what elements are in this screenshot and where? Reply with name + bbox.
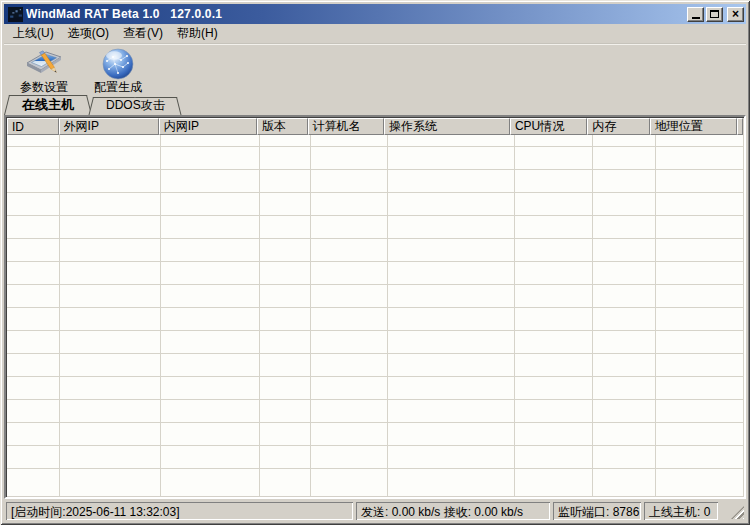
tab-ddos-attack[interactable]: DDOS攻击 (90, 97, 181, 115)
status-startup-time: [启动时间:2025-06-11 13:32:03] (6, 502, 353, 520)
toolbar: 参数设置 (4, 44, 746, 94)
column-header-cpu[interactable]: CPU情况 (510, 118, 587, 135)
toolbar-button-label: 参数设置 (20, 81, 68, 94)
gridline (310, 135, 311, 496)
status-bar: [启动时间:2025-06-11 13:32:03] 发送: 0.00 kb/s… (4, 499, 746, 521)
column-header-id[interactable]: ID (7, 118, 59, 135)
column-header-filler (737, 118, 743, 135)
status-send-receive: 发送: 0.00 kb/s 接收: 0.00 kb/s (356, 502, 550, 520)
settings-screen-pencil-icon (26, 48, 62, 80)
maximize-button[interactable] (706, 7, 723, 22)
maximize-icon (710, 10, 719, 18)
column-header-version[interactable]: 版本 (257, 118, 308, 135)
tab-online-hosts[interactable]: 在线主机 (6, 95, 90, 115)
menu-item-options[interactable]: 选项(O) (61, 23, 116, 44)
minimize-icon (692, 17, 700, 19)
column-header-lan-ip[interactable]: 内网IP (159, 118, 257, 135)
menu-item-view[interactable]: 查看(V) (116, 23, 170, 44)
column-header-location[interactable]: 地理位置 (650, 118, 737, 135)
column-header-wan-ip[interactable]: 外网IP (59, 118, 159, 135)
close-button[interactable]: × (727, 7, 744, 22)
config-generate-button[interactable]: 配置生成 (88, 46, 148, 93)
column-header-memory[interactable]: 内存 (587, 118, 650, 135)
host-list-header: ID 外网IP 内网IP 版本 计算机名 操作系统 CPU情况 内存 地理位置 (7, 118, 743, 135)
host-list-body[interactable] (7, 135, 743, 496)
tab-label: DDOS攻击 (96, 97, 175, 114)
app-icon (8, 7, 23, 22)
menu-item-online[interactable]: 上线(U) (6, 23, 61, 44)
title-bar[interactable]: WindMad RAT Beta 1.0 127.0.0.1 × (4, 4, 746, 24)
gridline (160, 135, 161, 496)
gridline (743, 135, 744, 496)
gridline (655, 135, 656, 496)
globe-network-icon (100, 48, 136, 80)
menu-bar: 上线(U) 选项(O) 查看(V) 帮助(H) (4, 24, 746, 44)
minimize-button[interactable] (687, 7, 704, 22)
tab-label: 在线主机 (12, 95, 84, 114)
app-window: WindMad RAT Beta 1.0 127.0.0.1 × 上线(U) 选… (0, 0, 750, 525)
window-title: WindMad RAT Beta 1.0 127.0.0.1 (26, 7, 687, 21)
toolbar-button-label: 配置生成 (94, 81, 142, 94)
window-controls: × (687, 7, 744, 22)
host-list[interactable]: ID 外网IP 内网IP 版本 计算机名 操作系统 CPU情况 内存 地理位置 (4, 115, 746, 499)
status-online-hosts: 上线主机: 0 (644, 502, 718, 520)
resize-grip-icon[interactable] (731, 506, 744, 519)
gridline (387, 135, 388, 496)
status-listen-port: 监听端口: 8786 (553, 502, 641, 520)
column-header-os[interactable]: 操作系统 (384, 118, 510, 135)
gridline (59, 135, 60, 496)
menu-item-help[interactable]: 帮助(H) (170, 23, 225, 44)
column-header-computer[interactable]: 计算机名 (308, 118, 384, 135)
close-icon: × (732, 9, 739, 19)
gridline (592, 135, 593, 496)
tab-strip: 在线主机 DDOS攻击 (4, 94, 746, 115)
gridline (259, 135, 260, 496)
gridline (514, 135, 515, 496)
parameter-settings-button[interactable]: 参数设置 (14, 46, 74, 93)
